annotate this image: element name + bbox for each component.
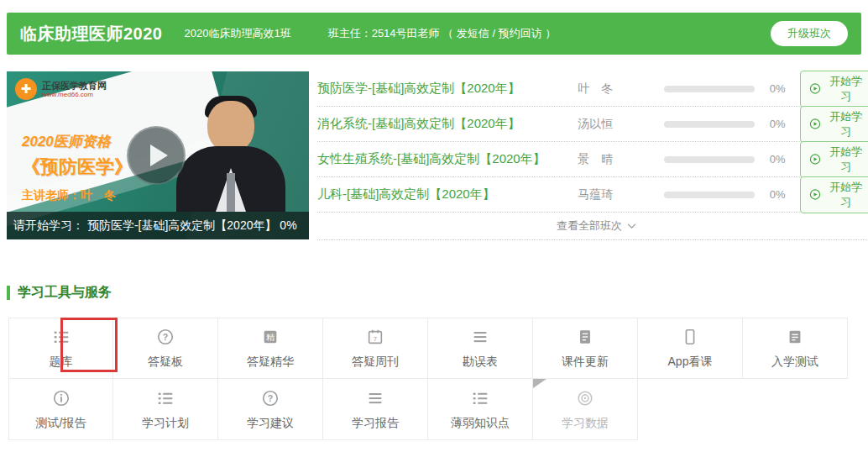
upgrade-class-button[interactable]: 升级班次 xyxy=(771,21,848,46)
tool-label: App看课 xyxy=(668,355,713,370)
list-icon xyxy=(156,388,175,408)
logo-site: www.med66.com xyxy=(42,91,107,98)
lines-icon xyxy=(366,388,384,408)
question-circle-icon: ? xyxy=(261,388,280,408)
course-list: 预防医学-[基础]高效定制【2020年】 叶 冬 0% 开始学习 消化系统-[基… xyxy=(317,71,868,240)
course-progress-bar xyxy=(664,86,755,92)
course-row: 预防医学-[基础]高效定制【2020年】 叶 冬 0% 开始学习 xyxy=(317,71,868,107)
class-header-bar: 临床助理医师2020 2020临床助理高效1班 班主任：2514号田老师 （ 发… xyxy=(7,13,861,55)
start-learning-button[interactable]: 开始学习 xyxy=(800,141,868,178)
tool-item-test-report[interactable]: 测试/报告 xyxy=(8,379,113,440)
course-row: 女性生殖系统-[基础]高效定制【2020年】 景 晴 0% 开始学习 xyxy=(317,142,868,177)
play-icon[interactable] xyxy=(127,126,186,185)
tool-label: 学习计划 xyxy=(142,416,189,431)
tool-label: 学习建议 xyxy=(247,416,294,431)
course-progress-percent: 0% xyxy=(755,153,801,166)
tool-item-qa-highlights[interactable]: 精 答疑精华 xyxy=(218,318,323,379)
caption-course-name: 《预防医学》 xyxy=(22,155,133,180)
start-learning-label: 开始学习 xyxy=(825,74,866,104)
tool-item-app-viewing[interactable]: App看课 xyxy=(638,318,743,379)
tool-item-study-data[interactable]: 学习数据 xyxy=(533,379,638,440)
svg-text:?: ? xyxy=(163,332,168,342)
tool-label: 课件更新 xyxy=(562,355,609,370)
start-learning-label: 开始学习 xyxy=(825,109,866,139)
course-progress-bar xyxy=(664,121,755,128)
tool-label: 入学测试 xyxy=(771,355,818,370)
play-circle-icon xyxy=(809,188,821,201)
tool-label: 勘误表 xyxy=(463,355,498,370)
tool-item-qa-weekly[interactable]: 7 答疑周刊 xyxy=(323,318,428,379)
document-icon xyxy=(576,327,594,347)
caption-lecturer: 主讲老师：叶 冬 xyxy=(22,188,133,203)
course-title-link[interactable]: 女性生殖系统-[基础]高效定制【2020年】 xyxy=(317,151,554,167)
calendar-7-icon: 7 xyxy=(366,327,384,347)
tool-item-errata[interactable]: 勘误表 xyxy=(428,318,533,379)
question-circle-icon: ? xyxy=(156,327,175,347)
course-progress-percent: 0% xyxy=(755,188,801,201)
tool-item-qa-board[interactable]: ? 答疑板 xyxy=(113,318,218,379)
tool-item-courseware-update[interactable]: 课件更新 xyxy=(533,318,638,379)
med66-logo: ✚ 正保医学教育网 www.med66.com xyxy=(15,78,107,100)
svg-text:?: ? xyxy=(268,392,273,402)
tool-item-question-bank[interactable]: 题库 xyxy=(8,318,113,379)
course-progress-percent: 0% xyxy=(755,118,801,130)
jing-badge-icon: 精 xyxy=(261,327,280,347)
course-row: 消化系统-[基础]高效定制【2020年】 汤以恒 0% 开始学习 xyxy=(317,107,868,142)
logo-name: 正保医学教育网 xyxy=(42,81,107,91)
course-teacher: 叶 冬 xyxy=(554,81,637,97)
tool-item-weak-points[interactable]: 薄弱知识点 xyxy=(428,379,533,440)
course-progress-percent: 0% xyxy=(755,82,801,95)
course-progress-bar xyxy=(664,156,755,163)
list-icon xyxy=(52,327,71,347)
tool-label: 答疑精华 xyxy=(247,355,294,370)
course-progress-bar xyxy=(664,192,755,198)
course-teacher: 景 晴 xyxy=(554,152,637,167)
target-icon xyxy=(576,388,594,408)
med66-logo-icon: ✚ xyxy=(15,78,37,100)
course-row: 儿科-[基础]高效定制【2020年】 马蕴琦 0% 开始学习 xyxy=(317,177,868,213)
list-icon xyxy=(471,388,489,408)
tool-label: 答疑板 xyxy=(148,355,183,370)
class-name-label: 2020临床助理高效1班 xyxy=(185,26,291,41)
tool-label: 答疑周刊 xyxy=(352,355,399,370)
play-circle-icon xyxy=(809,153,821,166)
svg-text:精: 精 xyxy=(266,333,275,342)
view-all-classes-button[interactable]: 查看全部班次 xyxy=(317,213,868,240)
phone-icon xyxy=(681,327,699,347)
start-learning-label: 开始学习 xyxy=(825,180,866,210)
course-video-thumbnail[interactable]: ✚ 正保医学教育网 www.med66.com 2020医师资格 《预防医学》 … xyxy=(7,71,309,239)
tool-item-study-advice[interactable]: ? 学习建议 xyxy=(218,379,323,440)
tool-label: 薄弱知识点 xyxy=(451,416,510,431)
tool-label: 测试/报告 xyxy=(36,416,86,431)
course-title-link[interactable]: 消化系统-[基础]高效定制【2020年】 xyxy=(317,116,554,132)
view-all-label: 查看全部班次 xyxy=(557,218,622,234)
start-learning-button[interactable]: 开始学习 xyxy=(800,71,868,108)
tool-item-entrance-test[interactable]: 入学测试 xyxy=(743,318,848,379)
course-dashboard-page: 临床助理医师2020 2020临床助理高效1班 班主任：2514号田老师 （ 发… xyxy=(0,13,868,452)
course-title-link[interactable]: 预防医学-[基础]高效定制【2020年】 xyxy=(317,81,554,97)
svg-text:7: 7 xyxy=(374,335,377,343)
tools-section-header: 学习工具与服务 xyxy=(7,284,861,302)
play-circle-icon xyxy=(809,82,821,95)
course-title-link[interactable]: 儿科-[基础]高效定制【2020年】 xyxy=(317,187,554,202)
course-teacher: 马蕴琦 xyxy=(554,187,637,202)
tool-label: 学习数据 xyxy=(562,416,609,431)
video-status-bar: 请开始学习： 预防医学-[基础]高效定制【2020年】 0% xyxy=(7,212,309,239)
tools-section-title: 学习工具与服务 xyxy=(18,284,112,302)
tool-label: 题库 xyxy=(50,355,73,370)
start-learning-label: 开始学习 xyxy=(825,145,866,175)
caption-exam-year: 2020医师资格 xyxy=(22,132,133,151)
start-learning-button[interactable]: 开始学习 xyxy=(800,176,868,213)
page-title: 临床助理医师2020 xyxy=(20,23,163,45)
lines-icon xyxy=(471,327,489,347)
lecturer-photo xyxy=(168,102,294,212)
tool-item-study-plan[interactable]: 学习计划 xyxy=(113,379,218,440)
advisor-contact-links[interactable]: 班主任：2514号田老师 （ 发短信 / 预约回访 ） xyxy=(328,26,557,41)
chevron-down-icon xyxy=(627,223,636,229)
tools-grid: 题库 ? 答疑板 精 答疑精华 7 答疑周刊 xyxy=(8,318,848,440)
tool-item-study-report[interactable]: 学习报告 xyxy=(323,379,428,440)
start-learning-button[interactable]: 开始学习 xyxy=(800,106,868,143)
corner-triangle-decor xyxy=(533,379,546,388)
course-teacher: 汤以恒 xyxy=(554,117,637,132)
video-caption: 2020医师资格 《预防医学》 主讲老师：叶 冬 xyxy=(22,132,133,203)
